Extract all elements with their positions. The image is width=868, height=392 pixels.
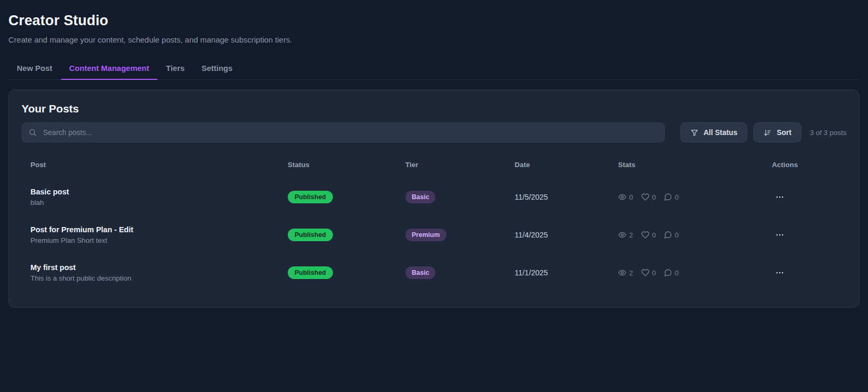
likes-stat: 0: [641, 231, 656, 239]
column-header-status: Status: [279, 161, 396, 169]
post-cell: Post for Premium Plan - Edit Premium Pla…: [22, 225, 279, 244]
tab-bar: New Post Content Management Tiers Settin…: [8, 59, 860, 80]
actions-cell: [763, 189, 846, 205]
sort-button[interactable]: Sort: [754, 122, 801, 142]
date-cell: 11/4/2025: [506, 231, 609, 239]
views-stat: 0: [618, 193, 633, 201]
creator-studio-page: Creator Studio Create and manage your co…: [0, 0, 868, 308]
views-count: 0: [629, 193, 633, 201]
heart-icon: [641, 269, 650, 277]
likes-count: 0: [652, 193, 656, 201]
tier-cell: Premium: [396, 229, 506, 241]
tier-badge: Premium: [405, 229, 446, 241]
eye-icon: [618, 193, 626, 201]
likes-stat: 0: [641, 269, 656, 277]
table-row: My first post This is a short public des…: [22, 254, 846, 292]
heart-icon: [641, 231, 650, 239]
search-icon: [28, 128, 37, 137]
column-header-post: Post: [22, 161, 279, 169]
tab-new-post[interactable]: New Post: [8, 59, 61, 79]
tier-badge: Basic: [405, 191, 435, 203]
date-cell: 11/1/2025: [506, 269, 609, 277]
post-description: Premium Plan Short text: [30, 236, 279, 244]
post-title: Post for Premium Plan - Edit: [30, 225, 279, 234]
status-cell: Published: [279, 191, 396, 203]
status-badge: Published: [288, 229, 333, 241]
comments-stat: 0: [664, 269, 679, 277]
heart-icon: [641, 193, 650, 201]
stats-cell: 2 0 0: [609, 269, 763, 277]
eye-icon: [618, 231, 626, 239]
comments-stat: 0: [664, 193, 679, 201]
status-filter-label: All Status: [704, 128, 738, 137]
comments-stat: 0: [664, 231, 679, 239]
more-options-button[interactable]: [772, 227, 788, 243]
comment-icon: [664, 269, 672, 277]
ellipsis-icon: [775, 268, 785, 277]
comments-count: 0: [675, 231, 679, 239]
tab-settings[interactable]: Settings: [193, 59, 241, 79]
comment-icon: [664, 231, 672, 239]
likes-count: 0: [652, 269, 656, 277]
post-cell: Basic post blah: [22, 188, 279, 207]
comments-count: 0: [675, 193, 679, 201]
table-header-row: Post Status Tier Date Stats Actions: [22, 151, 846, 178]
status-cell: Published: [279, 266, 396, 279]
tier-cell: Basic: [396, 266, 506, 279]
status-filter-button[interactable]: All Status: [681, 122, 748, 142]
views-count: 2: [629, 231, 633, 239]
views-stat: 2: [618, 231, 633, 239]
date-cell: 11/5/2025: [506, 193, 609, 201]
post-title: My first post: [30, 263, 279, 272]
views-stat: 2: [618, 269, 633, 277]
more-options-button[interactable]: [772, 265, 788, 281]
column-header-actions: Actions: [763, 161, 846, 169]
stats-cell: 2 0 0: [609, 231, 763, 239]
post-description: blah: [30, 199, 279, 207]
column-header-stats: Stats: [609, 161, 763, 169]
post-cell: My first post This is a short public des…: [22, 263, 279, 282]
likes-stat: 0: [641, 193, 656, 201]
tier-badge: Basic: [405, 266, 435, 279]
views-count: 2: [629, 269, 633, 277]
status-badge: Published: [288, 266, 333, 279]
sort-descending-icon: [764, 129, 771, 137]
post-description: This is a short public description: [30, 274, 279, 282]
post-title: Basic post: [30, 188, 279, 196]
column-header-tier: Tier: [396, 161, 506, 169]
status-cell: Published: [279, 229, 396, 241]
your-posts-card: Your Posts All Status Sort 3 of: [8, 89, 860, 308]
comment-icon: [664, 193, 672, 201]
table-row: Basic post blah Published Basic 11/5/202…: [22, 178, 846, 216]
tier-cell: Basic: [396, 191, 506, 203]
filter-icon: [691, 129, 698, 137]
ellipsis-icon: [775, 192, 785, 202]
sort-button-label: Sort: [777, 128, 791, 137]
posts-toolbar: All Status Sort 3 of 3 posts: [22, 122, 846, 142]
page-title: Creator Studio: [8, 13, 860, 29]
likes-count: 0: [652, 231, 656, 239]
tab-content-management[interactable]: Content Management: [61, 59, 158, 79]
eye-icon: [618, 269, 626, 277]
ellipsis-icon: [775, 230, 785, 240]
comments-count: 0: [675, 269, 679, 277]
posts-table: Post Status Tier Date Stats Actions Basi…: [22, 151, 846, 292]
posts-count-text: 3 of 3 posts: [810, 129, 846, 137]
actions-cell: [763, 227, 846, 243]
search-wrapper: [22, 122, 665, 142]
page-subtitle: Create and manage your content, schedule…: [8, 35, 860, 44]
actions-cell: [763, 265, 846, 281]
tab-tiers[interactable]: Tiers: [158, 59, 193, 79]
column-header-date: Date: [506, 161, 609, 169]
card-title: Your Posts: [22, 102, 846, 115]
status-badge: Published: [288, 191, 333, 203]
search-input[interactable]: [22, 122, 665, 142]
stats-cell: 0 0 0: [609, 193, 763, 201]
more-options-button[interactable]: [772, 189, 788, 205]
table-row: Post for Premium Plan - Edit Premium Pla…: [22, 216, 846, 254]
